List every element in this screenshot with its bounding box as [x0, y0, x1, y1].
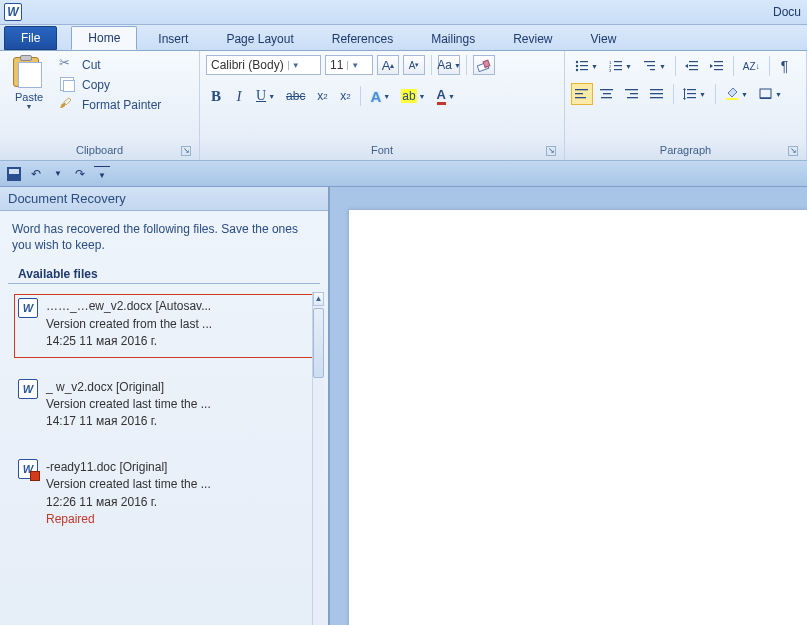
- quick-access-toolbar: ↶ ▼ ↷ ▼: [0, 161, 807, 187]
- shrink-font-button[interactable]: A▾: [403, 55, 425, 75]
- italic-button[interactable]: I: [229, 85, 249, 107]
- borders-button[interactable]: ▼: [755, 83, 786, 105]
- highlight-button[interactable]: ab▼: [397, 85, 429, 107]
- workspace: Document Recovery Word has recovered the…: [0, 187, 807, 625]
- floppy-icon: [7, 167, 21, 181]
- align-center-button[interactable]: [596, 83, 618, 105]
- line-spacing-button[interactable]: ▼: [679, 83, 710, 105]
- svg-rect-42: [684, 90, 685, 98]
- save-button[interactable]: [6, 166, 22, 182]
- text-effects-button[interactable]: A▼: [366, 85, 394, 107]
- redo-button[interactable]: ↷: [72, 166, 88, 182]
- increase-indent-button[interactable]: [706, 55, 728, 77]
- show-marks-button[interactable]: ¶: [775, 55, 795, 77]
- paste-button[interactable]: Paste ▼: [6, 55, 52, 142]
- font-size-combo[interactable]: 11▼: [325, 55, 373, 75]
- svg-rect-30: [601, 97, 612, 98]
- word-doc-icon: W: [18, 298, 38, 318]
- document-recovery-pane: Document Recovery Word has recovered the…: [0, 187, 330, 625]
- separator: [673, 84, 674, 104]
- document-page[interactable]: [348, 209, 807, 625]
- svg-point-6: [576, 69, 578, 71]
- group-paragraph: ▼ 123▼ ▼ AZ↓ ¶ ▼ ▼ ▼: [565, 51, 807, 160]
- scroll-up-icon[interactable]: ▲: [313, 292, 324, 306]
- copy-button[interactable]: Copy: [56, 77, 165, 93]
- group-font: Calibri (Body)▼ 11▼ A▴ A▾ Aa▼ B I U▼ abc: [200, 51, 565, 160]
- qat-customize[interactable]: ▼: [94, 166, 110, 182]
- tab-file[interactable]: File: [4, 26, 57, 50]
- scrollbar[interactable]: ▲: [312, 292, 324, 625]
- separator: [431, 55, 432, 75]
- file-desc: Version created last time the ...: [46, 476, 211, 493]
- undo-button[interactable]: ↶: [28, 166, 44, 182]
- svg-marker-20: [685, 64, 688, 68]
- svg-rect-31: [625, 89, 638, 90]
- paste-dropdown-icon: ▼: [26, 103, 33, 110]
- clear-formatting-button[interactable]: [473, 55, 495, 75]
- tab-home[interactable]: Home: [71, 26, 137, 50]
- svg-point-2: [576, 61, 578, 63]
- scroll-thumb[interactable]: [313, 308, 324, 378]
- shading-button[interactable]: ▼: [721, 83, 752, 105]
- subscript-button[interactable]: x2: [312, 85, 332, 107]
- file-name: _ w_v2.docx [Original]: [46, 379, 211, 396]
- tab-references[interactable]: References: [315, 26, 410, 50]
- svg-rect-34: [650, 89, 663, 90]
- font-size-value: 11: [330, 58, 343, 72]
- format-painter-button[interactable]: Format Painter: [56, 97, 165, 113]
- undo-dropdown[interactable]: ▼: [50, 166, 66, 182]
- svg-rect-28: [600, 89, 613, 90]
- bold-button[interactable]: B: [206, 85, 226, 107]
- recovery-file-item[interactable]: W _ w_v2.docx [Original] Version created…: [14, 373, 312, 439]
- tab-mailings[interactable]: Mailings: [414, 26, 492, 50]
- strikethrough-button[interactable]: abc: [282, 85, 309, 107]
- svg-rect-3: [580, 61, 588, 62]
- word-doc-icon: W: [18, 379, 38, 399]
- separator: [675, 56, 676, 76]
- svg-rect-14: [644, 61, 655, 62]
- tab-insert[interactable]: Insert: [141, 26, 205, 50]
- chevron-down-icon: ▼: [288, 61, 300, 70]
- svg-rect-22: [714, 65, 723, 66]
- svg-rect-16: [650, 69, 655, 70]
- word-doc-repaired-icon: W: [18, 459, 38, 479]
- multilevel-list-button[interactable]: ▼: [639, 55, 670, 77]
- sort-button[interactable]: AZ↓: [739, 55, 764, 77]
- font-launcher[interactable]: ↘: [546, 146, 556, 156]
- svg-marker-43: [728, 88, 737, 97]
- decrease-indent-button[interactable]: [681, 55, 703, 77]
- numbering-button[interactable]: 123▼: [605, 55, 636, 77]
- font-color-button[interactable]: A▼: [433, 85, 459, 107]
- grow-font-button[interactable]: A▴: [377, 55, 399, 75]
- svg-rect-37: [687, 89, 696, 90]
- align-left-button[interactable]: [571, 83, 593, 105]
- file-name: -ready11.doc [Original]: [46, 459, 211, 476]
- recovery-file-item[interactable]: W ……_…ew_v2.docx [Autosav... Version cre…: [14, 292, 312, 358]
- tab-page-layout[interactable]: Page Layout: [209, 26, 310, 50]
- document-area: [330, 187, 807, 625]
- eraser-icon: [477, 58, 491, 72]
- svg-text:3: 3: [609, 68, 612, 72]
- group-clipboard: Paste ▼ Cut Copy Format Painter Clipbo: [0, 51, 200, 160]
- svg-rect-15: [647, 65, 655, 66]
- superscript-button[interactable]: x2: [335, 85, 355, 107]
- tab-view[interactable]: View: [574, 26, 634, 50]
- window-title: Docu: [773, 5, 803, 19]
- change-case-button[interactable]: Aa▼: [438, 55, 460, 75]
- clipboard-launcher[interactable]: ↘: [181, 146, 191, 156]
- bullets-button[interactable]: ▼: [571, 55, 602, 77]
- paragraph-launcher[interactable]: ↘: [788, 146, 798, 156]
- align-right-button[interactable]: [621, 83, 643, 105]
- svg-rect-23: [714, 69, 723, 70]
- recovery-file-item[interactable]: W -ready11.doc [Original] Version create…: [14, 453, 312, 537]
- cut-button[interactable]: Cut: [56, 57, 165, 73]
- tab-review[interactable]: Review: [496, 26, 569, 50]
- clipboard-group-label: Clipboard ↘: [6, 142, 193, 160]
- separator: [466, 55, 467, 75]
- cut-label: Cut: [82, 58, 101, 72]
- justify-button[interactable]: [646, 83, 668, 105]
- available-files-label: Available files: [8, 263, 320, 284]
- underline-button[interactable]: U▼: [252, 85, 279, 107]
- svg-rect-27: [575, 97, 586, 98]
- font-family-combo[interactable]: Calibri (Body)▼: [206, 55, 321, 75]
